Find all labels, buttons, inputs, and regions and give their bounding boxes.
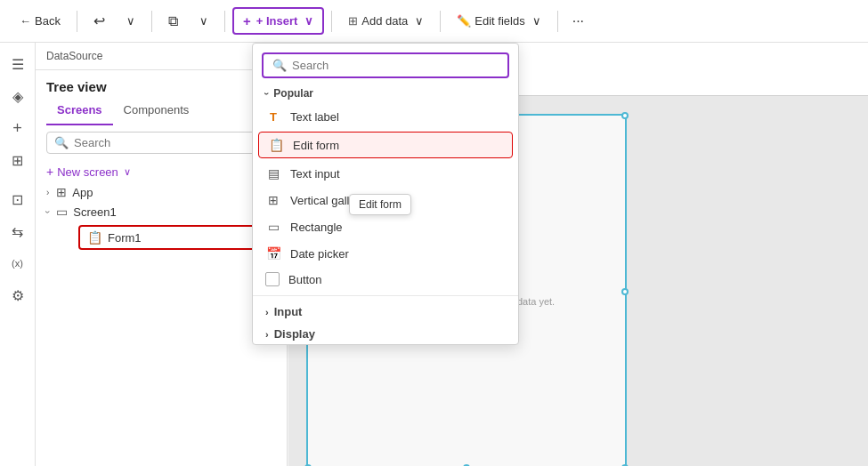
edit-fields-icon: ✏️ <box>457 14 471 28</box>
form1-label: Form1 <box>108 231 142 245</box>
insert-chevron-icon: ∨ <box>304 14 313 28</box>
arrows-icon: ⇆ <box>12 223 23 240</box>
components-icon: ⊡ <box>12 191 23 208</box>
copy-dropdown-button[interactable]: ∨ <box>191 10 217 32</box>
variable-icon: (x) <box>12 258 23 269</box>
undo-button[interactable]: ↩ <box>85 8 114 34</box>
handle-mid-right[interactable] <box>621 288 629 295</box>
back-label: Back <box>35 14 61 28</box>
tree-view-title: Tree view <box>36 70 287 100</box>
hamburger-icon: ☰ <box>12 56 24 73</box>
copy-button[interactable]: ⧉ <box>159 9 187 34</box>
undo-dropdown-button[interactable]: ∨ <box>118 10 144 32</box>
tree-tabs: Screens Components <box>36 100 287 126</box>
edit-fields-chevron-icon: ∨ <box>532 14 541 28</box>
dropdown-item-text-input[interactable]: ▤ Text input <box>253 160 518 187</box>
dropdown-search-box[interactable]: 🔍 <box>262 52 509 78</box>
undo-icon: ↩ <box>93 12 105 29</box>
item-date: Date picker <box>290 247 349 261</box>
toolbar: ← Back ↩ ∨ ⧉ ∨ + + Insert ∨ ⊞ Add data ∨… <box>0 0 868 43</box>
left-sidebar: ☰ ◈ + ⊞ ⊡ ⇆ (x) ⚙ <box>0 43 36 466</box>
tree-panel: DataSource Tree view Screens Components … <box>36 43 288 466</box>
edit-form-icon: 📋 <box>268 137 284 153</box>
new-screen-plus-icon: + <box>46 165 53 179</box>
item-button: Button <box>288 273 322 286</box>
hamburger-button[interactable]: ☰ <box>4 50 32 78</box>
dropdown-item-button[interactable]: Button <box>253 267 518 292</box>
tab-screens[interactable]: Screens <box>46 100 113 125</box>
input-section-header[interactable]: › Input <box>253 300 518 322</box>
layers-icon: ◈ <box>12 88 23 105</box>
back-button[interactable]: ← Back <box>11 10 69 32</box>
tab-components[interactable]: Components <box>113 100 200 125</box>
edit-fields-button[interactable]: ✏️ Edit fields ∨ <box>448 10 549 32</box>
search-input[interactable] <box>74 136 268 149</box>
tree-item-app[interactable]: › ⊞ App <box>36 182 287 202</box>
input-label: Input <box>274 305 303 318</box>
date-icon: 📅 <box>265 245 281 261</box>
divider <box>253 295 518 296</box>
divider-4 <box>331 11 332 32</box>
form1-icon: 📋 <box>87 230 102 245</box>
dropdown-item-date[interactable]: 📅 Date picker <box>253 240 518 267</box>
new-screen-button[interactable]: + New screen ∨ <box>36 161 287 182</box>
divider-5 <box>440 11 441 32</box>
input-chevron-icon: › <box>265 307 269 317</box>
arrows-button[interactable]: ⇆ <box>4 217 32 245</box>
edit-fields-label: Edit fields <box>475 14 524 28</box>
insert-label: + Insert <box>256 14 298 28</box>
dropdown-item-text-label[interactable]: T Text label <box>253 103 518 130</box>
chevron-down-icon-2: ∨ <box>199 14 208 28</box>
popular-section-header[interactable]: › Popular <box>253 84 518 103</box>
data-icon: ⊞ <box>12 152 23 169</box>
datasource-label: DataSource <box>46 50 102 62</box>
variable-button[interactable]: (x) <box>4 249 32 277</box>
text-input-icon: ▤ <box>265 165 281 181</box>
tooltip-text: Edit form <box>359 198 402 211</box>
edit-form-tooltip: Edit form <box>349 194 411 215</box>
dropdown-search-icon: 🔍 <box>272 59 287 72</box>
more-icon: ··· <box>572 13 584 29</box>
new-screen-chevron-icon: ∨ <box>124 166 131 178</box>
item-edit-form: Edit form <box>293 139 339 152</box>
plus-icon: + <box>243 13 251 28</box>
tree-search-box[interactable]: 🔍 <box>46 132 276 154</box>
screen1-icon: ▭ <box>56 205 68 219</box>
insert-button[interactable]: + + Insert ∨ <box>232 7 324 35</box>
more-button[interactable]: ··· <box>565 9 591 34</box>
popular-label: Popular <box>273 87 313 100</box>
grid-icon: ⊞ <box>348 14 358 28</box>
dropdown-search-input[interactable] <box>292 59 499 72</box>
gallery-icon: ⊞ <box>265 192 281 208</box>
display-label: Display <box>274 327 315 341</box>
add-data-button[interactable]: ⊞ Add data ∨ <box>339 10 433 32</box>
divider-3 <box>224 11 225 32</box>
divider-1 <box>77 11 77 32</box>
popular-chevron-icon: › <box>262 92 272 94</box>
add-control-button[interactable]: + <box>4 114 32 142</box>
settings-button[interactable]: ⚙ <box>4 281 32 309</box>
datasource-bar: DataSource <box>36 43 287 70</box>
display-chevron-icon: › <box>265 329 269 340</box>
display-section-header[interactable]: › Display <box>253 322 518 344</box>
button-icon <box>265 272 280 286</box>
dropdown-item-edit-form[interactable]: 📋 Edit form <box>258 132 513 158</box>
handle-top-right[interactable] <box>621 112 629 119</box>
item-text-input: Text input <box>290 167 340 181</box>
app-label: App <box>72 186 93 199</box>
divider-6 <box>557 11 558 32</box>
search-icon: 🔍 <box>54 136 69 149</box>
components-button[interactable]: ⊡ <box>4 185 32 213</box>
layers-button[interactable]: ◈ <box>4 82 32 110</box>
rectangle-icon: ▭ <box>265 219 281 235</box>
item-text-label: Text label <box>290 110 339 124</box>
main-area: ☰ ◈ + ⊞ ⊡ ⇆ (x) ⚙ DataSource Tree view S… <box>0 43 868 466</box>
settings-icon: ⚙ <box>12 287 24 304</box>
app-chevron-icon: › <box>46 188 49 197</box>
tree-item-screen1[interactable]: › ▭ Screen1 <box>36 202 287 221</box>
add-control-icon: + <box>12 119 22 138</box>
dropdown-item-rectangle[interactable]: ▭ Rectangle <box>253 213 518 240</box>
add-data-label: Add data <box>361 14 408 28</box>
data-button[interactable]: ⊞ <box>4 146 32 174</box>
screen1-label: Screen1 <box>73 205 116 219</box>
